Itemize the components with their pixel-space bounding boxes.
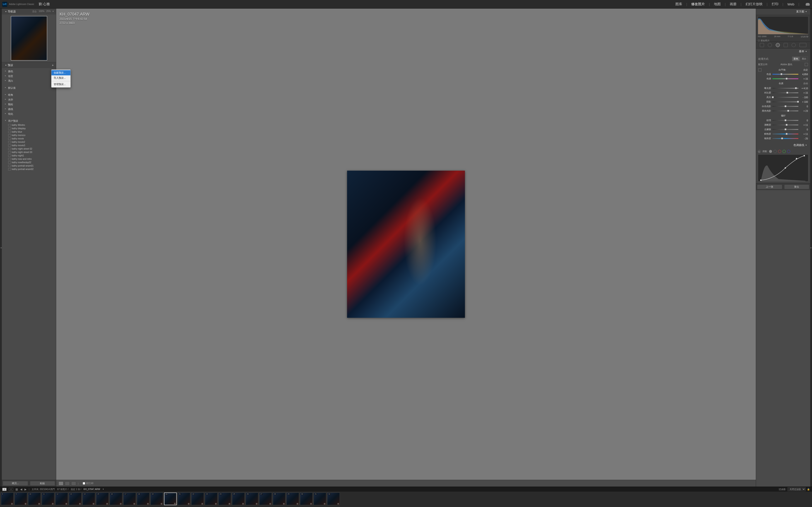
filmstrip-thumb[interactable]: 14▧ bbox=[83, 493, 95, 505]
profile-browser-icon[interactable] bbox=[805, 63, 808, 66]
module-slideshow[interactable]: 幻灯片放映 bbox=[746, 2, 763, 6]
preset-group-sharpen[interactable]: 锐化 bbox=[2, 112, 56, 116]
before-after-tb-button[interactable] bbox=[71, 482, 76, 486]
preset-group-grain[interactable]: 颗粒 bbox=[2, 102, 56, 107]
basic-header[interactable]: 基本 ▼ bbox=[756, 48, 810, 54]
add-preset-button[interactable]: + bbox=[52, 63, 54, 67]
crop-tool[interactable] bbox=[760, 43, 764, 47]
filmstrip-thumb[interactable]: 30▧ bbox=[300, 493, 313, 505]
preset-item[interactable]: kathy movie3 bbox=[2, 144, 56, 147]
blacks-value[interactable]: + 23 bbox=[800, 110, 808, 112]
brush-tool[interactable] bbox=[800, 43, 806, 47]
treatment-color[interactable]: 彩色 bbox=[792, 57, 800, 61]
filmstrip-thumb[interactable]: 11▧ bbox=[42, 493, 54, 505]
preset-item[interactable]: kathy biteplay bbox=[2, 127, 56, 130]
curve-param-icon[interactable] bbox=[769, 150, 772, 153]
tone-curve-header[interactable]: 色调曲线 ▼ bbox=[756, 142, 810, 148]
histogram-canvas[interactable] bbox=[758, 16, 808, 35]
main-photo[interactable] bbox=[347, 171, 465, 318]
right-panel-toggle[interactable]: ▶ bbox=[810, 9, 812, 487]
module-library[interactable]: 图库 bbox=[675, 2, 682, 6]
preset-group-color[interactable]: 颜色 bbox=[2, 69, 56, 74]
grid-view-icon[interactable]: ▦ bbox=[15, 488, 18, 491]
whites-slider[interactable] bbox=[772, 106, 798, 107]
filmstrip-thumb[interactable]: 23▧ bbox=[205, 493, 217, 505]
highlights-value[interactable]: - 100 bbox=[800, 96, 808, 99]
filmstrip[interactable]: 8▧9▧10▧11▧12▧13▧14▧15▧16▧17▧18▧19▧20▧21▧… bbox=[0, 492, 812, 507]
preset-item[interactable]: kathy portrait wram01 bbox=[2, 164, 56, 168]
texture-value[interactable]: 0 bbox=[800, 119, 808, 122]
filmstrip-thumb[interactable]: 10▧ bbox=[28, 493, 41, 505]
filmstrip-thumb[interactable]: 32▧ bbox=[327, 493, 340, 505]
preset-group-user[interactable]: 用户预设 bbox=[2, 119, 56, 123]
preset-group-creative[interactable]: 创意 bbox=[2, 74, 56, 78]
wb-dropper-icon[interactable] bbox=[758, 68, 761, 71]
zoom-dropdown-icon[interactable]: ▾ bbox=[53, 10, 54, 13]
exposure-value[interactable]: + 4.10 bbox=[800, 87, 808, 90]
navigator-header[interactable]: ▼ 导航器 适合 100% 25% ▾ bbox=[2, 9, 56, 14]
preset-group-vignette[interactable]: 暗角 bbox=[2, 93, 56, 97]
filmstrip-thumb[interactable]: 24▧ bbox=[218, 493, 231, 505]
filmstrip-thumb[interactable]: 25▧ bbox=[232, 493, 245, 505]
nav-fwd-icon[interactable]: ▶ bbox=[24, 488, 27, 491]
filmstrip-thumb[interactable]: 26▧ bbox=[246, 493, 258, 505]
filmstrip-thumb[interactable]: 28▧ bbox=[273, 493, 286, 505]
second-monitor-2[interactable]: 2 bbox=[9, 488, 13, 491]
left-panel-toggle[interactable]: ◀ bbox=[0, 9, 2, 487]
filmstrip-thumb[interactable]: 31▧ bbox=[314, 493, 326, 505]
filter-select[interactable]: 关闭过滤器 bbox=[788, 487, 806, 491]
histogram-header[interactable]: 直方图 ▼ bbox=[756, 9, 810, 14]
contrast-slider[interactable] bbox=[772, 92, 798, 93]
preset-item[interactable]: kathy blue bbox=[2, 130, 56, 133]
preset-item[interactable]: kathy portrait wram02 bbox=[2, 168, 56, 171]
filter-lock-icon[interactable]: 🔒 bbox=[807, 488, 810, 491]
saturation-slider[interactable] bbox=[772, 138, 798, 139]
texture-slider[interactable] bbox=[772, 120, 798, 121]
preset-item[interactable]: kathy movie2 bbox=[2, 140, 56, 144]
module-print[interactable]: 打印 bbox=[772, 2, 778, 6]
previous-button[interactable]: 上一张 bbox=[757, 184, 782, 189]
filmstrip-thumb[interactable]: 16▧ bbox=[110, 493, 122, 505]
filmstrip-thumb[interactable]: 15▧ bbox=[96, 493, 109, 505]
tint-value[interactable]: + 15 bbox=[800, 78, 808, 80]
profile-value[interactable]: Adobe 颜色 bbox=[780, 63, 792, 66]
spot-tool[interactable] bbox=[768, 43, 772, 47]
radial-filter-tool[interactable] bbox=[792, 43, 796, 47]
curve-blue-icon[interactable] bbox=[787, 150, 790, 153]
filmstrip-thumb[interactable]: 12▧ bbox=[55, 493, 68, 505]
clarity-slider[interactable] bbox=[772, 124, 798, 125]
filmstrip-thumb[interactable]: 8▧ bbox=[1, 493, 14, 505]
filmstrip-thumb[interactable]: 27▧ bbox=[259, 493, 272, 505]
preset-item[interactable]: kathy nowtheday02 bbox=[2, 161, 56, 164]
filmstrip-thumb[interactable]: 21▧ bbox=[177, 493, 190, 505]
shadows-slider[interactable] bbox=[772, 101, 798, 102]
preset-item[interactable]: kathy 90retro bbox=[2, 123, 56, 127]
filmstrip-thumb[interactable]: 18▧ bbox=[137, 493, 150, 505]
preset-group-curves[interactable]: 曲线 bbox=[2, 107, 56, 112]
filmstrip-thumb[interactable]: 20▧ bbox=[164, 493, 177, 505]
cloud-sync-icon[interactable] bbox=[806, 3, 810, 6]
exposure-slider[interactable] bbox=[772, 88, 798, 89]
redeye-tool[interactable] bbox=[776, 43, 780, 47]
contrast-value[interactable]: + 15 bbox=[800, 92, 808, 94]
identity-plate[interactable]: 劉 心雅 bbox=[39, 2, 50, 6]
preset-group-defaults[interactable]: 默认值 bbox=[2, 86, 56, 90]
copy-button[interactable]: 拷贝... bbox=[3, 481, 28, 486]
navigator-zoom-options[interactable]: 适合 100% 25% ▾ bbox=[32, 10, 54, 13]
filmstrip-thumb[interactable]: 19▧ bbox=[150, 493, 163, 505]
clarity-value[interactable]: + 11 bbox=[800, 124, 808, 126]
curve-red-icon[interactable] bbox=[778, 150, 781, 153]
dehaze-slider[interactable] bbox=[772, 129, 798, 130]
curve-point-icon[interactable] bbox=[773, 150, 777, 153]
preset-item[interactable]: kathy night street 03 bbox=[2, 151, 56, 154]
shadows-value[interactable]: + 100 bbox=[800, 101, 808, 103]
navigator-preview[interactable] bbox=[2, 14, 56, 62]
module-web[interactable]: Web bbox=[788, 2, 795, 6]
temp-value[interactable]: 4,858 bbox=[800, 73, 808, 75]
module-book[interactable]: 画册 bbox=[730, 2, 737, 6]
saturation-value[interactable]: - 25 bbox=[800, 137, 808, 140]
preset-item[interactable]: kathy night street 02 bbox=[2, 147, 56, 151]
wb-value[interactable]: 自定 bbox=[803, 68, 808, 71]
temp-slider[interactable] bbox=[772, 74, 798, 75]
preset-group-bw[interactable]: 黑白 bbox=[2, 78, 56, 83]
